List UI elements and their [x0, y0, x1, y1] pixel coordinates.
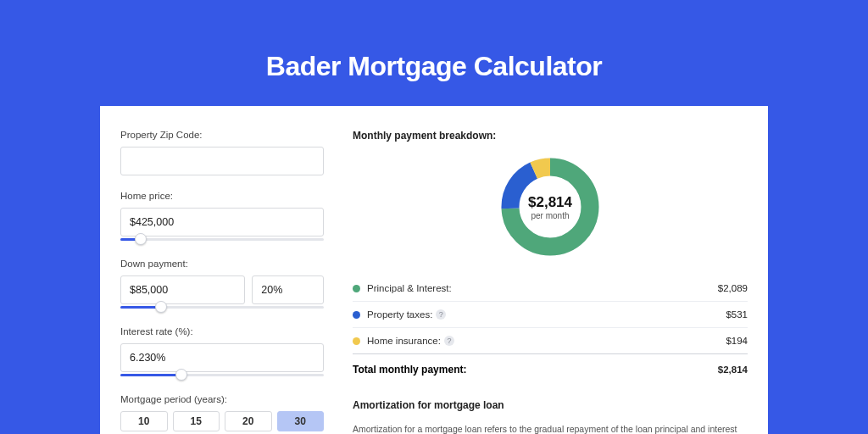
help-icon[interactable]: ? [444, 336, 454, 346]
breakdown-title: Monthly payment breakdown: [353, 130, 748, 142]
total-label: Total monthly payment: [353, 364, 466, 376]
legend-label: Home insurance: [367, 336, 441, 346]
amortization-text: Amortization for a mortgage loan refers … [353, 423, 748, 434]
legend-row: Principal & Interest:$2,089 [353, 275, 748, 302]
interest-input[interactable] [120, 343, 324, 372]
home-price-field: Home price: [120, 191, 324, 243]
legend-dot-icon [353, 311, 360, 319]
calculator-card: Property Zip Code: Home price: Down paym… [100, 106, 768, 434]
home-price-input[interactable] [120, 208, 324, 236]
down-payment-field: Down payment: [120, 259, 324, 311]
page-title: Bader Mortgage Calculator [0, 51, 868, 82]
donut-amount: $2,814 [528, 194, 572, 211]
zip-input[interactable] [120, 147, 324, 175]
legend-label: Principal & Interest: [367, 283, 452, 293]
legend-label: Property taxes: [367, 309, 432, 320]
legend-value: $531 [726, 309, 748, 320]
total-value: $2,814 [718, 364, 748, 375]
interest-slider[interactable] [120, 372, 324, 379]
period-label: Mortgage period (years): [120, 394, 324, 404]
help-icon[interactable]: ? [436, 309, 446, 320]
period-field: Mortgage period (years): 10152030 [120, 394, 324, 431]
zip-field: Property Zip Code: [120, 130, 324, 175]
amortization-section: Amortization for mortgage loan Amortizat… [353, 399, 748, 434]
legend-row: Property taxes:?$531 [353, 302, 748, 328]
interest-field: Interest rate (%): [120, 326, 324, 379]
donut-subtext: per month [531, 211, 569, 220]
interest-label: Interest rate (%): [120, 326, 324, 337]
zip-label: Property Zip Code: [120, 130, 324, 140]
period-option-15[interactable]: 15 [173, 411, 220, 431]
period-option-20[interactable]: 20 [225, 411, 272, 431]
period-option-30[interactable]: 30 [277, 411, 325, 431]
period-option-10[interactable]: 10 [120, 411, 168, 431]
down-payment-slider[interactable] [120, 304, 324, 311]
breakdown-panel: Monthly payment breakdown: $2,814 per mo… [339, 130, 748, 434]
form-panel: Property Zip Code: Home price: Down paym… [120, 130, 339, 434]
legend-dot-icon [353, 337, 360, 345]
home-price-label: Home price: [120, 191, 324, 201]
legend-value: $194 [726, 336, 748, 346]
legend-value: $2,089 [718, 283, 748, 293]
legend-dot-icon [353, 285, 360, 292]
donut-chart-wrap: $2,814 per month [353, 155, 748, 259]
legend-row: Home insurance:?$194 [353, 328, 748, 353]
down-payment-label: Down payment: [120, 259, 324, 269]
home-price-slider[interactable] [120, 236, 324, 243]
total-row: Total monthly payment: $2,814 [353, 353, 748, 379]
amortization-title: Amortization for mortgage loan [353, 399, 748, 411]
down-payment-amount-input[interactable] [120, 275, 245, 304]
donut-chart: $2,814 per month [498, 155, 602, 259]
down-payment-pct-input[interactable] [252, 275, 324, 304]
